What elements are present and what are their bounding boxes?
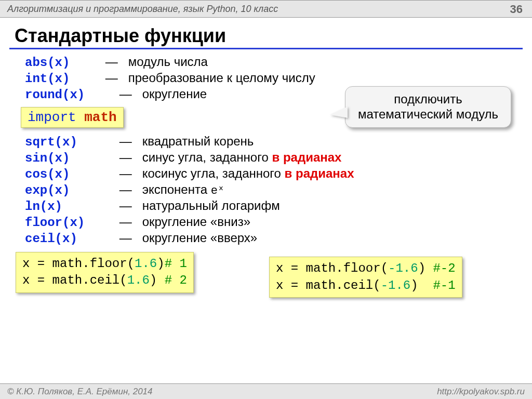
fn-row: ln(x) — натуральный логарифм	[25, 198, 532, 214]
fn-sig: sin(x)	[25, 151, 116, 165]
fn-desc: натуральный логарифм	[142, 198, 280, 212]
callout-text: подключить математический модуль	[358, 92, 498, 121]
slide-footer: © К.Ю. Поляков, Е.А. Ерёмин, 2014 http:/…	[0, 383, 532, 399]
fn-desc: синус угла, заданного	[142, 150, 272, 164]
callout-tail	[330, 107, 348, 118]
fn-row: abs(x) — модуль числа	[25, 55, 532, 70]
fn-sig: ceil(x)	[25, 232, 116, 246]
fn-row: cos(x) — косинус угла, заданного в радиа…	[25, 166, 532, 181]
fn-sig: int(x)	[25, 72, 102, 86]
fn-desc: модуль числа	[128, 55, 208, 69]
fn-desc: округление «вверх»	[142, 231, 258, 245]
fn-sig: floor(x)	[25, 216, 116, 230]
fn-sig: cos(x)	[25, 167, 116, 181]
callout-bubble: подключить математический модуль	[345, 86, 511, 128]
fn-sig: sqrt(x)	[25, 135, 116, 149]
fn-desc-mono: eˣ	[211, 184, 224, 197]
fn-sig: ln(x)	[25, 200, 116, 214]
fn-row: exp(x) — экспонента eˣ	[25, 182, 532, 197]
fn-desc: косинус угла, заданного	[142, 166, 285, 180]
fn-row: int(x) — преобразование к целому числу	[25, 71, 532, 86]
code-examples: x = math.floor(1.6)# 1 x = math.ceil(1.6…	[25, 247, 532, 309]
fn-desc-red: в радианах	[272, 150, 341, 164]
import-keyword: import	[28, 110, 76, 125]
course-label: Алгоритмизация и программирование, язык …	[7, 4, 278, 15]
fn-desc-red: в радианах	[285, 166, 354, 180]
fn-sig: exp(x)	[25, 183, 116, 197]
fn-desc: округление	[142, 87, 207, 101]
slide-header: Алгоритмизация и программирование, язык …	[0, 0, 532, 18]
import-box: import math	[21, 107, 124, 128]
footer-url: http://kpolyakov.spb.ru	[437, 387, 525, 397]
title-underline	[9, 48, 523, 49]
fn-desc: преобразование к целому числу	[128, 71, 315, 85]
fn-desc: округление «вниз»	[142, 215, 250, 229]
page-number: 36	[510, 3, 523, 16]
code-box-right: x = math.floor(-1.6) #-2 x = math.ceil(-…	[269, 257, 462, 298]
fn-sig: abs(x)	[25, 56, 102, 70]
fn-desc: квадратный корень	[142, 134, 254, 148]
copyright: © К.Ю. Поляков, Е.А. Ерёмин, 2014	[7, 387, 153, 397]
fn-row: sin(x) — синус угла, заданного в радиана…	[25, 150, 532, 165]
fn-sig: round(x)	[25, 88, 116, 102]
fn-row: floor(x) — округление «вниз»	[25, 215, 532, 230]
import-module: math	[84, 110, 116, 125]
code-box-left: x = math.floor(1.6)# 1 x = math.ceil(1.6…	[16, 252, 194, 293]
fn-row: ceil(x) — округление «вверх»	[25, 231, 532, 246]
fn-row: sqrt(x) — квадратный корень	[25, 134, 532, 149]
fn-desc: экспонента	[142, 182, 211, 196]
slide-title: Стандартные функции	[15, 25, 532, 47]
